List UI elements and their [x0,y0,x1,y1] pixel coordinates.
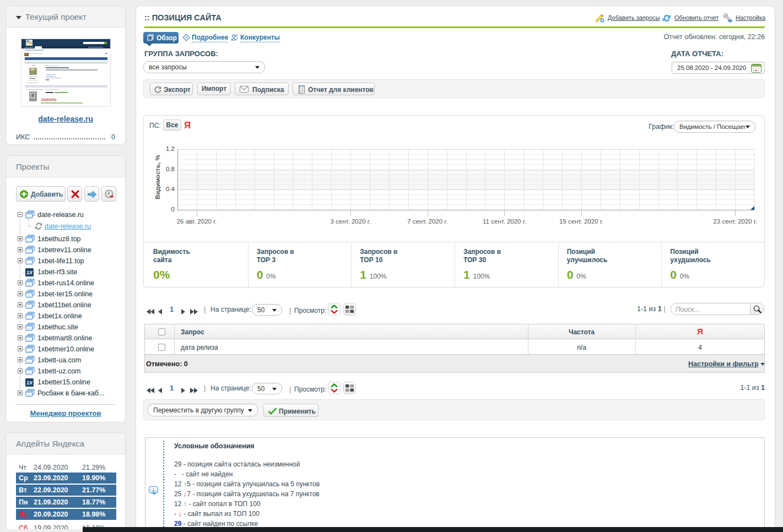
svg-text:1X: 1X [26,380,33,386]
svg-text:1X: 1X [26,270,33,275]
